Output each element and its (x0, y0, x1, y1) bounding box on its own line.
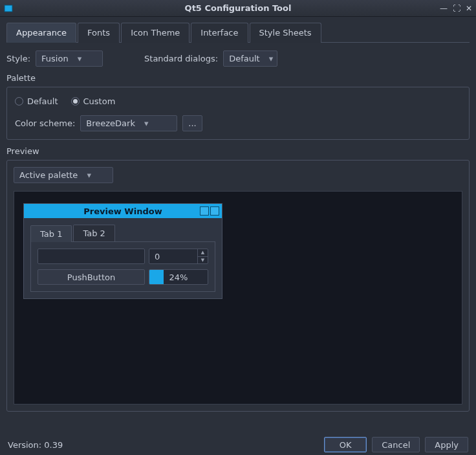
titlebar: Qt5 Configuration Tool — ⛶ ✕ (0, 0, 476, 17)
style-label: Style: (6, 54, 30, 63)
palette-section-label: Palette (6, 73, 470, 83)
preview-text-input[interactable] (38, 249, 145, 264)
spin-down-icon[interactable]: ▼ (198, 257, 208, 264)
color-scheme-label: Color scheme: (15, 118, 75, 128)
footer: Version: 0.39 OK Cancel Apply (0, 434, 476, 455)
progress-text: 24% (169, 272, 188, 282)
style-combo[interactable]: Fusion ▾ (36, 50, 103, 67)
ok-button[interactable]: OK (324, 437, 367, 452)
chevron-down-icon: ▾ (87, 170, 91, 180)
preview-maximize-icon[interactable] (210, 206, 219, 216)
tab-fonts[interactable]: Fonts (78, 23, 120, 43)
preview-progressbar: 24% (149, 269, 208, 285)
color-scheme-combo[interactable]: BreezeDark ▾ (80, 115, 177, 131)
version-label: Version: 0.39 (8, 440, 63, 450)
window-title: Qt5 Configuration Tool (0, 3, 476, 13)
radio-icon (15, 97, 23, 105)
close-icon[interactable]: ✕ (466, 5, 472, 12)
svg-rect-0 (5, 5, 12, 12)
preview-minimize-icon[interactable] (200, 206, 209, 216)
radio-custom-label: Custom (83, 96, 116, 106)
preview-spinbox[interactable]: 0 ▲ ▼ (149, 249, 208, 264)
standard-dialogs-combo[interactable]: Default ▾ (223, 50, 277, 67)
progress-fill (149, 270, 164, 284)
minimize-icon[interactable]: — (440, 5, 448, 12)
preview-window: Preview Window Tab 1 Tab 2 (23, 203, 222, 299)
preview-area: Preview Window Tab 1 Tab 2 (14, 191, 462, 405)
browse-scheme-button[interactable]: ... (182, 115, 202, 131)
preview-pushbutton[interactable]: PushButton (38, 269, 145, 285)
standard-dialogs-value: Default (229, 54, 260, 63)
main-tabbar: Appearance Fonts Icon Theme Interface St… (6, 22, 470, 43)
preview-tab-2[interactable]: Tab 2 (73, 225, 114, 241)
preview-tab-1[interactable]: Tab 1 (30, 225, 72, 242)
maximize-icon[interactable]: ⛶ (453, 5, 460, 12)
preview-window-titlebar: Preview Window (24, 204, 222, 218)
tab-interface[interactable]: Interface (191, 23, 248, 43)
app-icon (4, 4, 13, 13)
preview-section-label: Preview (6, 146, 470, 156)
radio-default-label: Default (27, 96, 58, 106)
preview-spin-value: 0 (155, 252, 160, 261)
style-combo-value: Fusion (41, 54, 69, 63)
preview-palette-value: Active palette (19, 170, 78, 180)
chevron-down-icon: ▾ (269, 54, 274, 63)
radio-icon (71, 97, 80, 105)
preview-palette-combo[interactable]: Active palette ▾ (14, 167, 113, 183)
palette-groupbox: Default Custom Color scheme: BreezeDark … (6, 87, 470, 140)
tab-icon-theme[interactable]: Icon Theme (121, 23, 189, 43)
cancel-button[interactable]: Cancel (372, 437, 420, 452)
color-scheme-value: BreezeDark (86, 118, 135, 128)
preview-groupbox: Active palette ▾ Preview Window Tab 1 (6, 160, 470, 412)
chevron-down-icon: ▾ (78, 54, 82, 63)
radio-default[interactable]: Default (15, 96, 58, 106)
apply-button[interactable]: Apply (425, 437, 468, 452)
spin-up-icon[interactable]: ▲ (198, 249, 208, 257)
tab-style-sheets[interactable]: Style Sheets (250, 23, 321, 43)
preview-window-title: Preview Window (83, 206, 162, 216)
radio-custom[interactable]: Custom (71, 96, 116, 106)
chevron-down-icon: ▾ (144, 118, 149, 128)
standard-dialogs-label: Standard dialogs: (144, 54, 218, 63)
tab-appearance[interactable]: Appearance (6, 23, 76, 43)
